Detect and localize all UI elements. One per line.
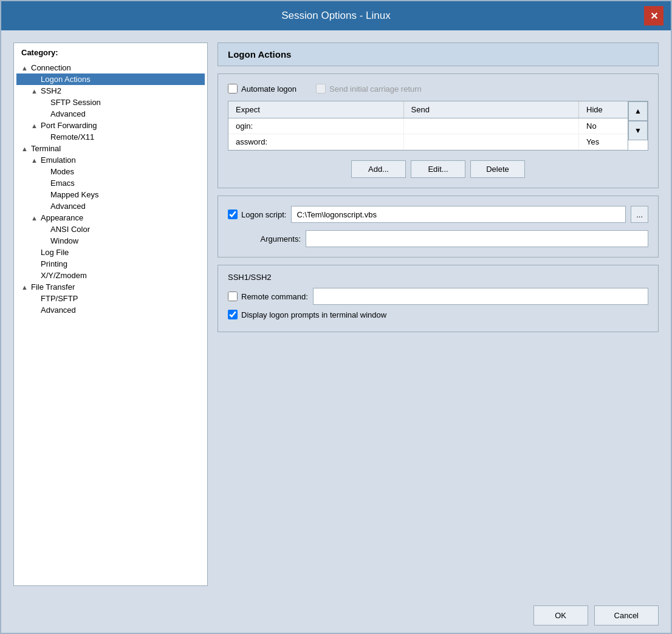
automate-logon-checkbox[interactable]	[228, 84, 238, 94]
tree-item-sftp-session[interactable]: SFTP Session	[16, 97, 205, 108]
ok-button[interactable]: OK	[533, 605, 588, 625]
tree-toggle-emulation: ▲	[31, 157, 41, 164]
tree-item-advanced-ft[interactable]: Advanced	[16, 304, 205, 316]
add-button[interactable]: Add...	[351, 160, 406, 178]
tree-item-xy-zmodem[interactable]: X/Y/Zmodem	[16, 270, 205, 281]
tree-item-ssh2[interactable]: ▲SSH2	[16, 85, 205, 97]
remote-command-input[interactable]	[313, 288, 648, 305]
tree-item-log-file[interactable]: Log File	[16, 247, 205, 258]
tree-label-advanced-ft: Advanced	[41, 305, 200, 315]
tree-item-printing[interactable]: Printing	[16, 258, 205, 270]
cell-hide-0: No	[579, 118, 628, 134]
tree-item-file-transfer[interactable]: ▲File Transfer	[16, 281, 205, 293]
remote-command-text: Remote command:	[241, 292, 308, 301]
automate-logon-text: Automate logon	[241, 84, 297, 94]
cancel-button[interactable]: Cancel	[594, 605, 659, 625]
automate-logon-label[interactable]: Automate logon	[228, 84, 297, 94]
tree-toggle-file-transfer: ▲	[21, 284, 31, 291]
send-carriage-return-label: Send initial carriage return	[316, 84, 422, 94]
scroll-up-button[interactable]: ▲	[628, 101, 648, 121]
arguments-row: Arguments:	[228, 230, 648, 247]
tree-item-emulation[interactable]: ▲Emulation	[16, 154, 205, 166]
tree-label-advanced-ssh2: Advanced	[50, 109, 200, 118]
logon-script-row: Logon script: ...	[228, 206, 648, 223]
tree-item-terminal[interactable]: ▲Terminal	[16, 143, 205, 154]
action-buttons: Add... Edit... Delete	[228, 158, 648, 178]
col-expect: Expect	[228, 101, 404, 118]
main-panel: Logon Actions Automate logon Send initia…	[218, 43, 659, 586]
table-row[interactable]: ogin:No	[228, 118, 628, 134]
ssh-section-title: SSH1/SSH2	[228, 273, 648, 282]
remote-command-row: Remote command:	[228, 288, 648, 305]
tree-toggle-connection: ▲	[21, 64, 31, 72]
dialog: Session Options - Linux ✕ Category: ▲Con…	[0, 0, 672, 634]
close-button[interactable]: ✕	[644, 6, 663, 26]
tree-item-ftp-sftp[interactable]: FTP/SFTP	[16, 293, 205, 304]
tree-toggle-appearance: ▲	[31, 214, 41, 222]
category-label: Category:	[16, 48, 205, 62]
tree-label-sftp-session: SFTP Session	[50, 98, 200, 107]
tree-label-ansi-color: ANSI Color	[50, 225, 200, 234]
tree-label-connection: Connection	[31, 63, 200, 72]
edit-button[interactable]: Edit...	[411, 160, 465, 178]
automate-row: Automate logon Send initial carriage ret…	[228, 84, 648, 94]
table-row[interactable]: assword:Yes	[228, 134, 628, 150]
logon-table-container: Expect Send Hide ogin:Noassword:Yes ▲ ▼	[228, 101, 648, 151]
tree-item-logon-actions[interactable]: Logon Actions	[16, 73, 205, 85]
tree-label-advanced-emulation: Advanced	[50, 202, 200, 211]
tree-container: ▲ConnectionLogon Actions▲SSH2SFTP Sessio…	[16, 62, 205, 316]
tree-toggle-port-forwarding: ▲	[31, 122, 41, 129]
logon-script-checkbox[interactable]	[228, 210, 238, 219]
display-prompts-text: Display logon prompts in terminal window	[241, 310, 386, 319]
section-header: Logon Actions	[218, 43, 659, 66]
table-inner: Expect Send Hide ogin:Noassword:Yes	[228, 101, 628, 150]
cell-expect-1: assword:	[228, 134, 404, 149]
tree-label-terminal: Terminal	[31, 144, 200, 153]
dialog-body: Category: ▲ConnectionLogon Actions▲SSH2S…	[1, 30, 671, 598]
table-header: Expect Send Hide	[228, 101, 628, 118]
display-prompts-checkbox[interactable]	[228, 310, 238, 319]
category-panel: Category: ▲ConnectionLogon Actions▲SSH2S…	[13, 43, 208, 586]
tree-item-remote-x11[interactable]: Remote/X11	[16, 131, 205, 143]
display-prompts-label[interactable]: Display logon prompts in terminal window	[228, 310, 386, 319]
logon-script-input[interactable]	[291, 206, 626, 223]
tree-label-file-transfer: File Transfer	[31, 282, 200, 291]
scroll-down-button[interactable]: ▼	[628, 121, 648, 140]
tree-label-ssh2: SSH2	[41, 86, 200, 95]
table-rows: ogin:Noassword:Yes	[228, 118, 628, 150]
tree-label-log-file: Log File	[41, 248, 200, 257]
cell-hide-1: Yes	[579, 134, 628, 149]
tree-label-logon-actions: Logon Actions	[41, 75, 200, 84]
tree-item-appearance[interactable]: ▲Appearance	[16, 212, 205, 223]
remote-command-label[interactable]: Remote command:	[228, 291, 308, 301]
dialog-footer: OK Cancel	[1, 598, 671, 633]
table-scroll-buttons: ▲ ▼	[628, 101, 648, 150]
tree-label-ftp-sftp: FTP/SFTP	[41, 294, 200, 303]
display-prompts-row: Display logon prompts in terminal window	[228, 310, 648, 319]
tree-item-mapped-keys[interactable]: Mapped Keys	[16, 189, 205, 200]
tree-item-connection[interactable]: ▲Connection	[16, 62, 205, 73]
tree-label-emacs: Emacs	[50, 179, 200, 188]
remote-command-checkbox[interactable]	[228, 291, 238, 301]
logon-script-label[interactable]: Logon script:	[228, 210, 286, 219]
arguments-label: Arguments:	[228, 234, 301, 244]
col-send: Send	[404, 101, 580, 118]
tree-label-port-forwarding: Port Forwarding	[41, 121, 200, 130]
tree-item-advanced-emulation[interactable]: Advanced	[16, 200, 205, 212]
tree-item-ansi-color[interactable]: ANSI Color	[16, 223, 205, 235]
delete-button[interactable]: Delete	[470, 160, 525, 178]
logon-table-section: Automate logon Send initial carriage ret…	[218, 73, 659, 188]
tree-item-modes[interactable]: Modes	[16, 166, 205, 177]
browse-button[interactable]: ...	[631, 206, 648, 223]
tree-label-mapped-keys: Mapped Keys	[50, 190, 200, 199]
arguments-input[interactable]	[306, 230, 648, 247]
send-carriage-return-text: Send initial carriage return	[329, 84, 422, 94]
cell-expect-0: ogin:	[228, 118, 404, 134]
col-hide: Hide	[579, 101, 628, 118]
tree-item-emacs[interactable]: Emacs	[16, 177, 205, 189]
tree-item-advanced-ssh2[interactable]: Advanced	[16, 108, 205, 120]
tree-item-window[interactable]: Window	[16, 235, 205, 247]
tree-item-port-forwarding[interactable]: ▲Port Forwarding	[16, 120, 205, 131]
tree-toggle-ssh2: ▲	[31, 87, 41, 95]
tree-label-xy-zmodem: X/Y/Zmodem	[41, 271, 200, 280]
